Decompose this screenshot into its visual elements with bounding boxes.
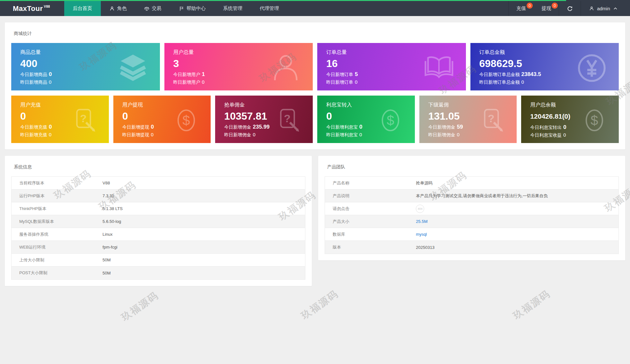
yesterday-value: 0: [355, 79, 357, 85]
table-row: 版本20250313: [325, 241, 618, 254]
stat-card: 利息宝转入0今日新增利息宝0昨日新增利息宝0$: [317, 96, 415, 143]
loading-progress-bar: [0, 0, 566, 1]
stat-card: 用户充值0今日新增充值0昨日新增充值0?: [11, 96, 109, 143]
row-label: 请勿点击: [325, 206, 416, 212]
stats-row-2: 用户充值0今日新增充值0昨日新增充值0?用户提现0今日新增提现0昨日新增提现0$…: [11, 96, 619, 143]
stat-card-icon-wrap: $: [173, 107, 200, 135]
stat-card: 订单总量16今日新增订单5昨日新增订单0: [317, 43, 466, 90]
app-logo: MaxTour V88: [0, 1, 64, 16]
row-label: 产品说明: [325, 193, 416, 199]
system-info-title: 系统信息: [11, 162, 305, 176]
watermark-text: 玖福源码: [119, 289, 161, 324]
menu-item[interactable]: 代理管理: [251, 1, 288, 16]
admin-username: admin: [597, 6, 610, 11]
stat-card: 用户提现0今日新增提现0昨日新增提现0$: [113, 96, 211, 143]
stat-card: 用户总余额120426.81(0)今日利息宝转出0今日利息宝收益0$: [521, 96, 619, 143]
menu-item-label: 帮助中心: [187, 5, 206, 12]
table-row: 产品大小25.5M: [325, 215, 618, 228]
product-team-panel: 产品团队 产品名称抢单源码产品说明本产品只为学习测试交流,请勿要做商业或者用于违…: [318, 156, 625, 260]
top-navbar: MaxTour V88 后台首页角色交易帮助中心系统管理代理管理 充值0提现0 …: [0, 0, 630, 16]
watermark-text: 玖福源码: [299, 287, 341, 322]
row-value: Linux: [102, 232, 112, 237]
row-label: MySQL数据库版本: [12, 219, 102, 224]
row-value: 50M: [102, 271, 110, 275]
row-value: 抢单源码: [416, 180, 433, 186]
menu-item[interactable]: 交易: [136, 1, 170, 16]
row-label: 服务器操作系统: [12, 232, 102, 237]
menu-item[interactable]: 系统管理: [214, 1, 251, 16]
row-label: POST大小限制: [12, 270, 102, 276]
menu-item[interactable]: 角色: [101, 1, 136, 16]
row-value-link[interactable]: 25.5M: [416, 219, 427, 224]
yesterday-value: 0: [359, 132, 362, 137]
svg-text:?: ?: [284, 113, 291, 124]
today-label: 今日利息宝转出: [530, 125, 562, 130]
doc-question-icon: ?: [71, 107, 98, 134]
yesterday-value: 0: [521, 79, 524, 85]
stat-card-icon-wrap: $: [581, 107, 608, 135]
notification-badge: 0: [552, 3, 558, 9]
nav-action-label: 充值: [516, 5, 526, 12]
dollar-circle-icon: $: [377, 107, 404, 134]
logo-text: MaxTour: [13, 4, 43, 13]
table-row: 数据库mysql: [325, 228, 618, 241]
navbar-actions: 充值0提现0: [508, 1, 559, 16]
shop-stats-panel: 商城统计 商品总量400今日新增商品0昨日新增商品0用户总量3今日新增用户1昨日…: [5, 22, 625, 149]
stat-card-icon-wrap: ?: [71, 107, 98, 135]
stat-card: 订单总金额698629.5今日新增订单总金额23843.5昨日新增订单总金额0: [470, 43, 619, 90]
row-value-link[interactable]: mysql: [416, 232, 427, 237]
table-row: MySQL数据库版本5.6.50-log: [12, 215, 305, 228]
today-value: 0: [359, 124, 362, 130]
menu-item-label: 代理管理: [260, 5, 279, 12]
svg-text:?: ?: [488, 113, 495, 124]
today-value: 59: [457, 124, 463, 130]
stat-card: 抢单佣金10357.81今日新增佣金235.99昨日新增佣金0?: [215, 96, 313, 143]
refresh-icon: [567, 5, 573, 12]
svg-text:$: $: [591, 113, 598, 128]
person-icon: [270, 52, 302, 84]
row-label: 版本: [325, 244, 416, 250]
row-label: 上传大小限制: [12, 257, 102, 263]
table-row: 运行PHP版本7.3.31: [12, 190, 305, 202]
menu-item[interactable]: 帮助中心: [170, 1, 214, 16]
row-value: 50M: [102, 258, 110, 262]
nav-action-button[interactable]: 提现0: [534, 1, 559, 16]
product-team-table: 产品名称抢单源码产品说明本产品只为学习测试交流,请勿要做商业或者用于违法行为,一…: [325, 176, 619, 254]
menu-item[interactable]: 后台首页: [64, 1, 101, 16]
today-value: 0: [49, 71, 52, 77]
yesterday-label: 今日利息宝收益: [530, 132, 562, 138]
badge-404[interactable]: 404: [416, 205, 424, 213]
today-label: 今日新增订单: [326, 72, 353, 77]
admin-dropdown[interactable]: admin: [581, 1, 630, 16]
yesterday-label: 昨日新增佣金: [224, 132, 251, 137]
menu-item-label: 系统管理: [223, 5, 242, 12]
main-menu: 后台首页角色交易帮助中心系统管理代理管理: [64, 1, 288, 16]
notification-badge: 0: [527, 3, 533, 9]
nav-action-button[interactable]: 充值0: [508, 1, 534, 16]
row-label: 运行PHP版本: [12, 193, 102, 199]
system-info-table: 当前程序版本V88运行PHP版本7.3.31ThinkPHP版本5.1.38 L…: [11, 176, 305, 280]
yesterday-value: 0: [457, 132, 459, 137]
svg-text:$: $: [387, 113, 394, 128]
logo-version: V88: [44, 5, 50, 8]
svg-text:$: $: [183, 113, 190, 128]
yesterday-value: 0: [563, 132, 566, 138]
yesterday-label: 昨日新增提现: [122, 132, 149, 137]
today-value: 0: [49, 124, 52, 130]
today-value: 23843.5: [521, 71, 541, 77]
refresh-button[interactable]: [559, 1, 581, 16]
dollar-circle-icon: $: [581, 107, 608, 134]
row-value: fpm-fcgi: [102, 245, 117, 250]
yen-circle-icon: [576, 52, 608, 84]
layers-icon: [117, 52, 149, 84]
row-value: 7.3.31: [102, 193, 114, 198]
row-value: 5.6.50-log: [102, 219, 121, 224]
stat-card-icon-wrap: ?: [479, 107, 506, 135]
yesterday-label: 昨日新增利息宝: [326, 132, 358, 137]
stat-card-icon-wrap: [270, 52, 302, 85]
stat-card-icon-wrap: [576, 52, 608, 85]
doc-question-icon: ?: [479, 107, 506, 134]
chevron-up-icon: [613, 6, 618, 11]
menu-item-label: 交易: [152, 5, 162, 12]
yesterday-label: 昨日新增订单总金额: [479, 80, 520, 85]
